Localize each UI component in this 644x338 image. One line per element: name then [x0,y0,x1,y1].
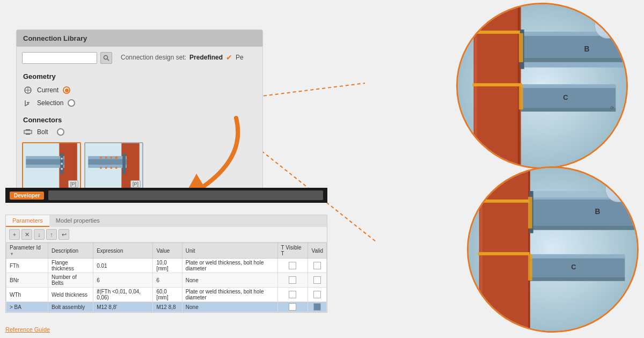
svg-rect-58 [478,252,530,255]
move-down-button[interactable]: ↓ [34,229,45,240]
circle-top-view: B C ⟳ ⟳ [456,3,628,169]
svg-rect-19 [88,159,127,165]
col-header-valid: Valid [308,243,327,259]
cell-expr: if(FTh <0,01, 0,04, 0,06) [93,288,153,302]
svg-rect-13 [26,165,64,168]
svg-point-27 [115,167,118,169]
cell-valid [308,259,327,273]
svg-point-24 [110,157,112,159]
svg-rect-11 [26,159,64,165]
col-header-expr: Expression [93,243,153,259]
parameters-panel: Parameters Model properties + ✕ ↓ ↑ ↩ Pa… [5,215,327,313]
svg-rect-36 [473,31,522,34]
svg-point-71 [605,176,632,202]
bolt-radio[interactable] [57,128,64,136]
circle-bottom-view: B C ⟳ [467,166,639,333]
svg-line-3 [107,59,109,61]
svg-text:B: B [595,208,600,216]
svg-point-23 [115,157,118,159]
svg-rect-41 [521,62,626,68]
cell-unit: None [182,273,277,288]
reset-button[interactable]: ↩ [58,229,69,240]
svg-rect-39 [521,32,626,36]
check-mark: ✔ [226,53,232,62]
current-radio[interactable] [63,86,70,94]
svg-rect-47 [521,108,616,112]
cell-expr: 6 [93,273,153,288]
developer-input[interactable] [48,190,323,200]
parameters-table: Parameter Id ▼ Description Expression Va… [6,243,327,312]
cell-id: FTh [6,259,48,273]
current-label: Current [37,86,58,94]
svg-text:⟳: ⟳ [610,105,614,111]
svg-text:B: B [584,45,589,53]
thumbnail-2-badge: [P] [130,180,141,188]
geometry-section-title: Geometry [17,69,262,83]
selection-radio[interactable] [68,99,75,107]
table-row[interactable]: FTh Flange thickness 0.01 10,0 [mm] Plat… [6,259,327,273]
table-row[interactable]: WTh Weld thickness if(FTh <0,01, 0,04, 0… [6,288,327,302]
svg-rect-9 [26,134,30,135]
cell-valid [308,288,327,302]
move-up-button[interactable]: ↑ [46,229,57,240]
current-option[interactable]: Current [23,84,256,97]
svg-rect-40 [521,58,626,62]
svg-rect-66 [530,256,625,278]
svg-rect-61 [530,226,635,230]
svg-rect-21 [88,165,127,168]
svg-rect-45 [521,86,616,109]
cell-id: BNr [6,273,48,288]
cell-visible [277,259,308,273]
svg-point-17 [61,168,63,170]
svg-rect-7 [24,130,32,134]
tab-model-properties[interactable]: Model properties [49,215,106,227]
svg-point-2 [104,56,108,60]
thumbnail-1[interactable]: [P] [22,142,81,190]
search-row: Connection design set: Predefined ✔ Pe [17,47,262,69]
selection-option[interactable]: Selection [23,97,256,109]
selection-label: Selection [37,99,63,107]
cell-value: 6 [153,273,182,288]
developer-badge: Developer [10,192,44,200]
thumbnail-1-badge: [P] [68,180,78,188]
cell-unit: Plate or weld thickness, bolt hole diame… [182,259,277,273]
table-row[interactable]: > BA Bolt assembly M12 8,8' M12 8,8 None [6,302,327,312]
svg-rect-44 [519,33,523,62]
bolt-icon [23,127,33,137]
thumbnail-2[interactable]: [P] [84,142,143,190]
svg-rect-68 [530,277,625,281]
connection-library-panel: Connection Library Connection design set… [16,30,263,196]
svg-point-15 [61,158,63,160]
table-row[interactable]: BNr Number of Belts 6 6 None [6,273,327,288]
svg-text:⟳: ⟳ [606,23,610,28]
search-button[interactable] [100,52,112,64]
bolt-option[interactable]: Bolt [17,126,262,139]
connection-design-row: Connection design set: Predefined ✔ Pe [115,51,249,65]
delete-param-button[interactable]: ✕ [21,229,32,240]
cell-id: > BA [6,302,48,312]
connection-design-label: Connection design set: [121,54,186,61]
top-view-3d: B C ⟳ ⟳ [458,4,626,167]
svg-rect-70 [528,254,532,281]
cell-value: 10,0 [mm] [153,259,182,273]
cell-visible [277,288,308,302]
cell-unit: None [182,302,277,312]
svg-point-29 [105,167,107,169]
search-input[interactable] [22,52,97,64]
svg-rect-57 [478,200,530,203]
bottom-view-3d: B C ⟳ [469,168,637,331]
svg-text:⟳: ⟳ [617,187,621,192]
svg-point-51 [595,12,621,39]
add-param-button[interactable]: + [9,229,20,240]
cell-valid [308,273,327,288]
svg-rect-12 [26,156,64,159]
svg-rect-37 [473,83,522,86]
connection-design-extra: Pe [236,54,244,61]
svg-point-25 [105,157,107,159]
cell-visible [277,273,308,288]
svg-point-26 [100,157,102,159]
reference-guide-link[interactable]: Reference Guide [5,326,50,333]
tab-parameters[interactable]: Parameters [6,215,49,227]
cell-value: 60,0 [mm] [153,288,182,302]
svg-rect-46 [521,84,616,88]
